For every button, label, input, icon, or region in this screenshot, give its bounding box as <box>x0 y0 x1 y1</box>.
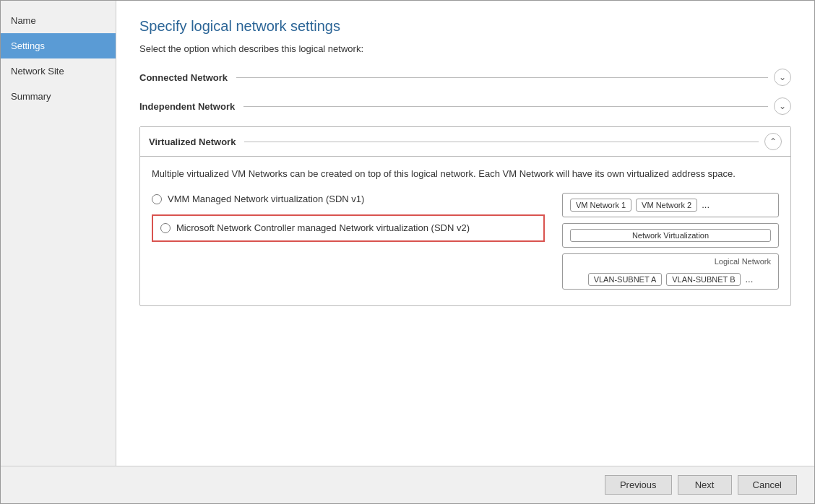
main-container: Name Settings Network Site Summary Speci… <box>1 1 814 466</box>
independent-network-line <box>243 106 768 107</box>
independent-network-label: Independent Network <box>139 101 235 112</box>
content-area: Specify logical network settings Select … <box>116 1 814 466</box>
diag-vm-network-1: VM Network 1 <box>570 199 631 212</box>
diag-vm-network-2: VM Network 2 <box>636 199 697 212</box>
cancel-button[interactable]: Cancel <box>738 475 797 495</box>
label-vmm-managed: VMM Managed Network virtualization (SDN … <box>168 193 364 206</box>
diag-vlan-subnet-b: VLAN-SUBNET B <box>666 273 741 286</box>
sidebar-item-summary[interactable]: Summary <box>1 84 116 109</box>
diag-subnet-ellipsis: ... <box>745 274 753 284</box>
sidebar-item-name[interactable]: Name <box>1 8 116 33</box>
sidebar-item-network-site[interactable]: Network Site <box>1 58 116 84</box>
diag-vm-ellipsis: ... <box>702 199 710 210</box>
connected-network-line <box>236 77 768 78</box>
previous-button[interactable]: Previous <box>605 475 672 495</box>
option-vmm-managed: VMM Managed Network virtualization (SDN … <box>152 193 545 206</box>
virtualized-body: Multiple virtualized VM Networks can be … <box>140 157 790 305</box>
next-button[interactable]: Next <box>678 475 732 495</box>
sidebar: Name Settings Network Site Summary <box>1 1 116 466</box>
diagram-column: VM Network 1 VM Network 2 ... Network Vi… <box>562 193 779 295</box>
diagram-network-virt-row: Network Virtualization <box>562 223 779 248</box>
virtualized-network-label: Virtualized Network <box>149 136 236 147</box>
option-ms-nc-highlighted: Microsoft Network Controller managed Net… <box>152 214 545 242</box>
sidebar-item-settings[interactable]: Settings <box>1 33 116 58</box>
connected-network-section: Connected Network ⌄ <box>139 69 791 86</box>
diagram-vm-networks-row: VM Network 1 VM Network 2 ... <box>562 193 779 217</box>
footer: Previous Next Cancel <box>1 466 814 503</box>
virtualized-header: Virtualized Network ⌃ <box>140 127 790 157</box>
radio-ms-nc[interactable] <box>160 223 171 233</box>
diag-network-virt-label: Network Virtualization <box>570 229 771 242</box>
options-row: VMM Managed Network virtualization (SDN … <box>152 193 779 295</box>
virtualized-line <box>244 142 759 142</box>
connected-network-chevron[interactable]: ⌄ <box>774 69 791 86</box>
label-ms-nc: Microsoft Network Controller managed Net… <box>176 222 470 235</box>
independent-network-chevron[interactable]: ⌄ <box>774 97 791 115</box>
diagram-logical-network-row: Logical Network VLAN-SUBNET A VLAN-SUBNE… <box>562 253 779 290</box>
page-title: Specify logical network settings <box>139 18 791 35</box>
connected-network-label: Connected Network <box>139 72 228 83</box>
page-subtitle: Select the option which describes this l… <box>139 43 791 54</box>
diag-vlan-subnet-a: VLAN-SUBNET A <box>588 273 663 286</box>
options-column: VMM Managed Network virtualization (SDN … <box>152 193 545 242</box>
virtualized-description: Multiple virtualized VM Networks can be … <box>152 167 779 181</box>
diag-subnets-row: VLAN-SUBNET A VLAN-SUBNET B ... <box>588 273 754 286</box>
virtualized-network-chevron[interactable]: ⌃ <box>764 133 782 150</box>
radio-vmm-managed[interactable] <box>152 194 162 204</box>
virtualized-network-section: Virtualized Network ⌃ Multiple virtualiz… <box>139 126 791 306</box>
independent-network-section: Independent Network ⌄ <box>139 97 791 115</box>
diag-logical-network-label: Logical Network <box>570 257 771 266</box>
